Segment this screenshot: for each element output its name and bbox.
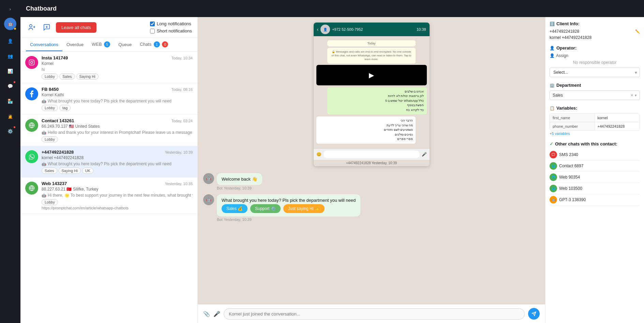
list-item[interactable]: Web 143237 Yesterday, 10:35 88.227.63.21… — [20, 178, 197, 214]
add-user-button[interactable] — [26, 22, 38, 33]
short-notifications-checkbox[interactable] — [150, 29, 155, 33]
svg-point-0 — [30, 25, 32, 27]
conv-name: Contact 143261 — [42, 118, 74, 123]
list-item[interactable]: Contact 143261 Today, 03:24 66.249.70.13… — [20, 115, 197, 146]
assign-icon: 👤 — [550, 53, 555, 58]
check-icon: ✓ — [550, 141, 553, 146]
other-chat-item[interactable]: SMS 2340 — [550, 149, 640, 160]
conv-tags: Lobby tag — [42, 105, 193, 111]
other-chat-name: GPT-3 138390 — [559, 197, 586, 202]
tag: tag — [59, 105, 71, 111]
tab-chats[interactable]: Chats 1 0 — [136, 38, 172, 52]
chat-input-field[interactable] — [224, 308, 525, 320]
var-row: first_name kornel — [550, 114, 640, 122]
conv-tags: Lobby — [42, 136, 193, 142]
var-val: +447492241828 — [595, 122, 640, 130]
sidebar-item-chat[interactable]: 💬 — [3, 79, 18, 93]
other-chats-title: ✓ Other chats with this contact: — [550, 141, 640, 146]
sidebar: › 🤖 👤 👥 📊 💬 🏪 🙍 ⚙️ — [0, 0, 20, 323]
svg-rect-14 — [552, 153, 555, 156]
var-key: phone_number — [550, 122, 595, 130]
conv-sub: 88.227.63.21 🇹🇷 Silifke, Turkey — [42, 187, 193, 192]
sidebar-item-add-user[interactable]: 👤 — [3, 34, 18, 48]
tag: Sales — [59, 73, 75, 80]
notification-section: Long notifications Short notifications — [150, 21, 192, 33]
tag: Lobby — [42, 136, 58, 142]
long-notifications-label: Long notifications — [157, 21, 191, 26]
phone-input-bar: 😊 🎤 — [314, 149, 430, 160]
attachment-icon[interactable]: 📎 — [203, 311, 210, 317]
more-variables-link[interactable]: +5 variables — [550, 131, 570, 136]
choice-hi[interactable]: Just saying Hi 👋 — [283, 204, 325, 213]
tab-conversations[interactable]: Conversations — [26, 39, 62, 51]
short-notifications-label: Short notifications — [157, 28, 192, 33]
sidebar-item-contacts[interactable]: 🙍 — [3, 109, 18, 123]
bot-bubble-2: What brought you here today? Pls pick th… — [217, 194, 360, 216]
edit-icon[interactable]: ✏️ — [635, 29, 640, 34]
bot-msg-row-2: 🤖 What brought you here today? Pls pick … — [203, 194, 360, 222]
long-notif-row: Long notifications — [150, 21, 192, 26]
bot-message-choices: 🤖 What brought you here today? Pls pick … — [203, 194, 360, 222]
status-dot — [14, 27, 16, 30]
conv-body: +447492241828 Yesterday, 10:39 kornel +4… — [42, 150, 193, 174]
chat-icon: 💬 — [8, 84, 13, 89]
phone-video-msg: ▶ — [316, 65, 427, 85]
choice-sales[interactable]: Sales 💰 — [222, 204, 248, 213]
settings-badge — [13, 126, 16, 128]
sidebar-avatar[interactable]: 🤖 — [4, 18, 16, 30]
conv-header: Contact 143261 Today, 03:24 — [42, 118, 193, 123]
mic-input-icon[interactable]: 🎤 — [213, 311, 220, 317]
chat-messages: ‹ 👤 +972 52-500-7952 10:38 Today 🔒 Messa… — [198, 17, 545, 304]
list-item[interactable]: Insta 141749 Today, 10:34 Kornel hi Lobb… — [20, 52, 197, 83]
long-notifications-checkbox[interactable] — [150, 22, 155, 26]
bot-msg-row: 🤖 Welcome back 👋 Bot Yesterday, 10:39 — [203, 173, 262, 190]
sidebar-item-shop[interactable]: 🏪 — [3, 94, 18, 108]
conv-name: Web 143237 — [42, 181, 67, 186]
web-icon — [29, 122, 35, 128]
phone-received-msg: הדבר הכי מה שהכי צריך לדעת כשמגיעים לשם … — [316, 116, 416, 144]
conv-body: Contact 143261 Today, 03:24 66.249.70.13… — [42, 118, 193, 142]
send-button[interactable] — [528, 308, 540, 320]
action-bar: Leave all chats Long notifications Short… — [20, 17, 197, 38]
tabs-bar: Conversations Overdue WEB 5 Queue Chats … — [20, 38, 197, 52]
department-select-wrap[interactable]: Sales ✕ ▾ — [550, 90, 640, 100]
sidebar-item-settings[interactable]: ⚙️ — [3, 124, 18, 138]
choice-support[interactable]: Support ⚙️ — [250, 204, 280, 213]
tab-web[interactable]: WEB 5 — [88, 38, 114, 52]
instagram-icon — [29, 59, 35, 66]
chats-badge: 1 — [154, 41, 160, 47]
main-area: Chatboard Leave all chats — [20, 0, 644, 323]
tag: Saying Hi — [76, 73, 99, 80]
list-item[interactable]: +447492241828 Yesterday, 10:39 kornel +4… — [20, 146, 197, 178]
dept-arrow-icon[interactable]: ▾ — [635, 93, 637, 98]
dept-clear-icon[interactable]: ✕ — [630, 93, 633, 98]
bot-info: Bot Yesterday, 10:39 — [217, 186, 262, 190]
reports-icon: 📊 — [8, 69, 13, 74]
app-title: Chatboard — [26, 5, 57, 12]
facebook-icon — [29, 90, 34, 97]
department-section: 🏢 Department Sales ✕ ▾ — [550, 83, 640, 100]
var-val: kornel — [595, 114, 640, 122]
list-item[interactable]: FB 8450 Today, 08:16 Kornel Kathi 🤖 What… — [20, 83, 197, 115]
other-chat-avatar: 🤖 — [550, 196, 557, 203]
other-chat-item[interactable]: 🌐 Contact 6897 — [550, 160, 640, 172]
tab-queue[interactable]: Queue — [114, 39, 136, 51]
sidebar-item-groups[interactable]: 👥 — [3, 49, 18, 63]
other-chat-item[interactable]: 🤖 GPT-3 138390 — [550, 194, 640, 206]
other-chat-item[interactable]: 🌐 Web 103500 — [550, 183, 640, 194]
leave-all-chats-button[interactable]: Leave all chats — [56, 22, 96, 33]
tab-overdue[interactable]: Overdue — [62, 39, 88, 51]
operator-select[interactable]: Select... — [550, 68, 640, 77]
new-chat-button[interactable] — [41, 22, 53, 33]
groups-icon: 👥 — [8, 54, 13, 59]
conv-preview: 🤖 What brought you here today? Pls pick … — [42, 99, 193, 103]
sidebar-item-reports[interactable]: 📊 — [3, 64, 18, 78]
play-icon: ▶ — [369, 71, 374, 79]
bot-time-2: Yesterday, 10:39 — [224, 217, 252, 222]
web-badge: 5 — [104, 41, 110, 47]
other-chat-item[interactable]: 🌐 Web 90354 — [550, 172, 640, 183]
conv-name: +447492241828 — [42, 150, 74, 155]
short-notif-row: Short notifications — [150, 28, 192, 33]
info-icon: ℹ️ — [550, 22, 555, 26]
sidebar-toggle[interactable]: › — [4, 3, 16, 15]
